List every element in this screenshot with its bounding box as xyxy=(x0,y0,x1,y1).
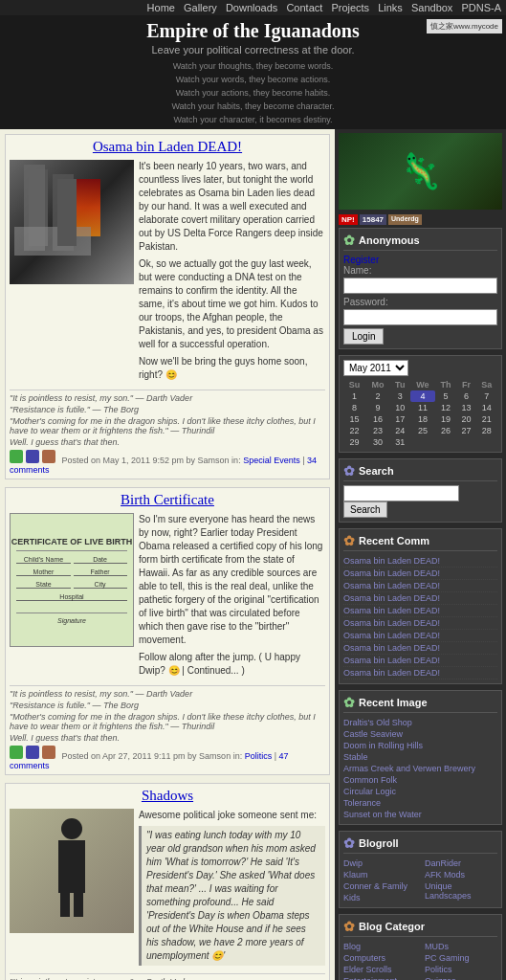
blog-cat-item[interactable]: Politics xyxy=(425,964,497,975)
recent-image-item[interactable]: Castle Seaview xyxy=(343,728,497,740)
calendar-day[interactable]: 18 xyxy=(410,413,435,425)
post-category-link-2[interactable]: Politics xyxy=(245,751,273,761)
recent-images-widget: ✿ Recent Image Draltis's Old ShopCastle … xyxy=(339,690,502,825)
blog-cat-item[interactable]: Elder Scrolls xyxy=(343,964,416,975)
register-link[interactable]: Register xyxy=(343,255,379,265)
password-input[interactable] xyxy=(343,309,497,325)
calendar-day[interactable]: 21 xyxy=(476,413,497,425)
blogroll-item[interactable]: Unique Landscapes xyxy=(425,880,497,902)
recent-image-item[interactable]: Doom in Rolling Hills xyxy=(343,740,497,751)
search-input[interactable] xyxy=(343,485,459,501)
main-content: Osama bin Laden DEAD! It's been nearly 1… xyxy=(0,129,335,980)
calendar-day[interactable]: 4 xyxy=(410,390,435,402)
top-navigation: Home Gallery Downloads Contact Projects … xyxy=(0,0,506,15)
recent-image-item[interactable]: Stable xyxy=(343,751,497,763)
post-title-shadows[interactable]: Shadows xyxy=(10,788,325,804)
calendar-day[interactable]: 28 xyxy=(476,425,497,436)
calendar-day[interactable]: 8 xyxy=(343,402,365,413)
calendar-day[interactable]: 19 xyxy=(435,413,456,425)
blogroll-item[interactable]: AFK Mods xyxy=(425,869,497,880)
calendar-day[interactable]: 17 xyxy=(390,413,410,425)
post-title-birth-cert[interactable]: Birth Certificate xyxy=(10,492,325,508)
post-quote-shadows: "I was eating lunch today with my 10 yea… xyxy=(139,826,325,966)
calendar-day[interactable]: 29 xyxy=(343,436,365,448)
post-icon-6[interactable] xyxy=(42,746,55,759)
calendar-day[interactable]: 7 xyxy=(476,390,497,402)
post-icon-3[interactable] xyxy=(42,450,55,463)
calendar-day[interactable]: 11 xyxy=(410,402,435,413)
blogroll-item[interactable]: Dwip xyxy=(343,858,416,869)
nav-contact[interactable]: Contact xyxy=(286,2,322,13)
calendar-day[interactable]: 10 xyxy=(390,402,410,413)
recent-image-item[interactable]: Circular Logic xyxy=(343,786,497,797)
nav-projects[interactable]: Projects xyxy=(331,2,369,13)
calendar-day[interactable]: 26 xyxy=(435,425,456,436)
recent-image-item[interactable]: Tolerance xyxy=(343,797,497,809)
recent-comment-item[interactable]: Osama bin Laden DEAD! xyxy=(343,642,497,655)
blog-cat-item[interactable]: Entertainment xyxy=(343,975,416,980)
calendar-day[interactable]: 24 xyxy=(390,425,410,436)
blog-cat-item[interactable]: Blog xyxy=(343,941,416,952)
recent-comment-item[interactable]: Osama bin Laden DEAD! xyxy=(343,617,497,630)
blogroll-item[interactable]: Kids xyxy=(343,892,416,903)
calendar-day[interactable]: 5 xyxy=(435,390,456,402)
blog-cat-item[interactable]: MUDs xyxy=(425,941,497,952)
post-icon-5[interactable] xyxy=(26,746,39,759)
calendar-month-select[interactable]: May 2011 xyxy=(343,360,408,376)
post-icon-1[interactable] xyxy=(10,450,23,463)
post-icon-2[interactable] xyxy=(26,450,39,463)
recent-comment-item[interactable]: Osama bin Laden DEAD! xyxy=(343,655,497,667)
recent-comment-item[interactable]: Osama bin Laden DEAD! xyxy=(343,555,497,568)
recent-comment-item[interactable]: Osama bin Laden DEAD! xyxy=(343,568,497,580)
nav-sandbox[interactable]: Sandbox xyxy=(411,2,452,13)
recent-image-item[interactable]: Draltis's Old Shop xyxy=(343,717,497,728)
recent-comment-item[interactable]: Osama bin Laden DEAD! xyxy=(343,605,497,617)
calendar-day[interactable]: 12 xyxy=(435,402,456,413)
post-image-shadows xyxy=(10,809,134,933)
calendar-day[interactable]: 23 xyxy=(365,425,390,436)
calendar-day[interactable]: 6 xyxy=(456,390,476,402)
blogroll-item[interactable]: Conner & Family xyxy=(343,880,416,892)
sidebar-lizard-image: 🦎 xyxy=(339,133,502,210)
post-category-link[interactable]: Special Events xyxy=(243,456,300,465)
nav-links[interactable]: Links xyxy=(378,2,403,13)
blog-cat-item[interactable]: Quizzes xyxy=(425,975,497,980)
calendar-day[interactable]: 9 xyxy=(365,402,390,413)
nav-home[interactable]: Home xyxy=(147,2,175,13)
calendar-widget: May 2011 Su Mo Tu We Th Fr Sa 123456 xyxy=(339,355,502,453)
nav-downloads[interactable]: Downloads xyxy=(226,2,277,13)
name-input[interactable] xyxy=(343,278,497,294)
post-body-shadows: Awesome political joke someone sent me: … xyxy=(139,809,325,969)
blog-cat-item[interactable]: Computers xyxy=(343,952,416,964)
recent-comment-item[interactable]: Osama bin Laden DEAD! xyxy=(343,630,497,642)
calendar-day[interactable]: 25 xyxy=(410,425,435,436)
recent-comment-item[interactable]: Osama bin Laden DEAD! xyxy=(343,580,497,592)
adsense-top: 慎之家www.mycode xyxy=(427,19,502,33)
calendar-day[interactable]: 22 xyxy=(343,425,365,436)
calendar-day[interactable]: 1 xyxy=(343,390,365,402)
calendar-day[interactable]: 3 xyxy=(390,390,410,402)
calendar-day[interactable]: 13 xyxy=(456,402,476,413)
calendar-day[interactable]: 20 xyxy=(456,413,476,425)
nav-pdns[interactable]: PDNS-A xyxy=(461,2,501,13)
login-button[interactable]: Login xyxy=(343,328,384,345)
calendar-day[interactable]: 30 xyxy=(365,436,390,448)
post-icon-4[interactable] xyxy=(10,746,23,759)
calendar-day[interactable]: 16 xyxy=(365,413,390,425)
nav-gallery[interactable]: Gallery xyxy=(184,2,217,13)
recent-image-item[interactable]: Common Folk xyxy=(343,774,497,786)
recent-comment-item[interactable]: Osama bin Laden DEAD! xyxy=(343,592,497,605)
blog-cat-item[interactable]: PC Gaming xyxy=(425,952,497,964)
calendar-day[interactable]: 14 xyxy=(476,402,497,413)
recent-comment-item[interactable]: Osama bin Laden DEAD! xyxy=(343,667,497,679)
blogroll-item[interactable]: DanRider xyxy=(425,858,497,869)
calendar-day[interactable]: 2 xyxy=(365,390,390,402)
recent-image-item[interactable]: Armas Creek and Verwen Brewery xyxy=(343,763,497,774)
calendar-day[interactable]: 15 xyxy=(343,413,365,425)
post-title-osama[interactable]: Osama bin Laden DEAD! xyxy=(10,139,325,155)
blogroll-item[interactable]: Klaum xyxy=(343,869,416,880)
calendar-day[interactable]: 31 xyxy=(390,436,410,448)
calendar-day[interactable]: 27 xyxy=(456,425,476,436)
search-button[interactable]: Search xyxy=(343,501,387,518)
recent-image-item[interactable]: Sunset on the Water xyxy=(343,809,497,820)
